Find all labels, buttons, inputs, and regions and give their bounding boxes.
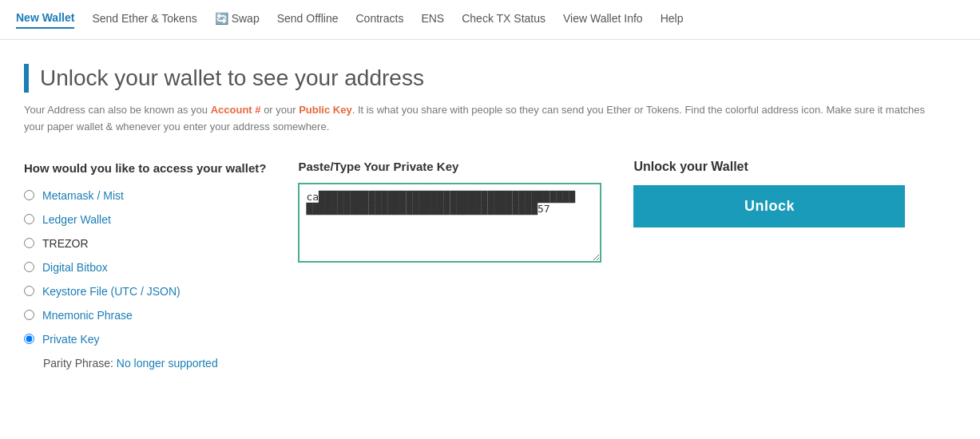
nav-new-wallet[interactable]: New Wallet [16, 11, 74, 29]
subtitle-before: Your Address can also be known as you [24, 104, 211, 116]
parity-label: Parity Phrase: [43, 357, 113, 370]
subtitle-mid1: or your [261, 104, 300, 116]
main-grid: How would you like to access your wallet… [24, 160, 934, 370]
access-options-panel: How would you like to access your wallet… [24, 160, 266, 370]
account-text: Account # [211, 104, 261, 116]
option-ledger-label: Ledger Wallet [42, 213, 111, 226]
option-digitalbitbox[interactable]: Digital Bitbox [24, 261, 266, 274]
page-title: Unlock your wallet to see your address [24, 64, 934, 93]
nav-help[interactable]: Help [661, 12, 684, 28]
nav-view-wallet[interactable]: View Wallet Info [563, 12, 643, 28]
parity-row: Parity Phrase: No longer supported [43, 357, 266, 370]
nav-swap[interactable]: 🔄Swap [215, 12, 260, 28]
nav-contracts[interactable]: Contracts [356, 12, 404, 28]
pubkey-text: Public Key [299, 104, 351, 116]
unlock-button[interactable]: Unlock [633, 185, 905, 227]
private-key-section: Paste/Type Your Private Key ca██████████… [298, 160, 601, 265]
option-ledger[interactable]: Ledger Wallet [24, 213, 266, 226]
option-metamask-label: Metamask / Mist [42, 189, 124, 202]
swap-icon: 🔄 [215, 12, 228, 25]
option-trezor-label: TREZOR [42, 237, 89, 250]
parity-status: No longer supported [117, 357, 218, 370]
nav-send-ether[interactable]: Send Ether & Tokens [92, 12, 196, 28]
nav-send-offline[interactable]: Send Offline [277, 12, 339, 28]
option-privatekey[interactable]: Private Key [24, 333, 266, 346]
unlock-title: Unlock your Wallet [633, 160, 905, 174]
private-key-input[interactable]: ca██████████████████████████████████████… [298, 183, 601, 263]
page-content: Unlock your wallet to see your address Y… [0, 40, 958, 386]
option-keystore-label: Keystore File (UTC / JSON) [42, 285, 181, 298]
navigation: New Wallet Send Ether & Tokens 🔄Swap Sen… [0, 0, 980, 40]
option-mnemonic-label: Mnemonic Phrase [42, 309, 133, 322]
option-metamask[interactable]: Metamask / Mist [24, 189, 266, 202]
option-trezor[interactable]: TREZOR [24, 237, 266, 250]
nav-ens[interactable]: ENS [421, 12, 444, 28]
subtitle: Your Address can also be known as you Ac… [24, 102, 934, 136]
access-title: How would you like to access your wallet… [24, 160, 266, 176]
unlock-section: Unlock your Wallet Unlock [633, 160, 905, 227]
private-key-label: Paste/Type Your Private Key [298, 160, 601, 173]
option-privatekey-label: Private Key [42, 333, 100, 346]
option-mnemonic[interactable]: Mnemonic Phrase [24, 309, 266, 322]
nav-check-tx[interactable]: Check TX Status [462, 12, 546, 28]
option-digitalbitbox-label: Digital Bitbox [42, 261, 108, 274]
option-keystore[interactable]: Keystore File (UTC / JSON) [24, 285, 266, 298]
